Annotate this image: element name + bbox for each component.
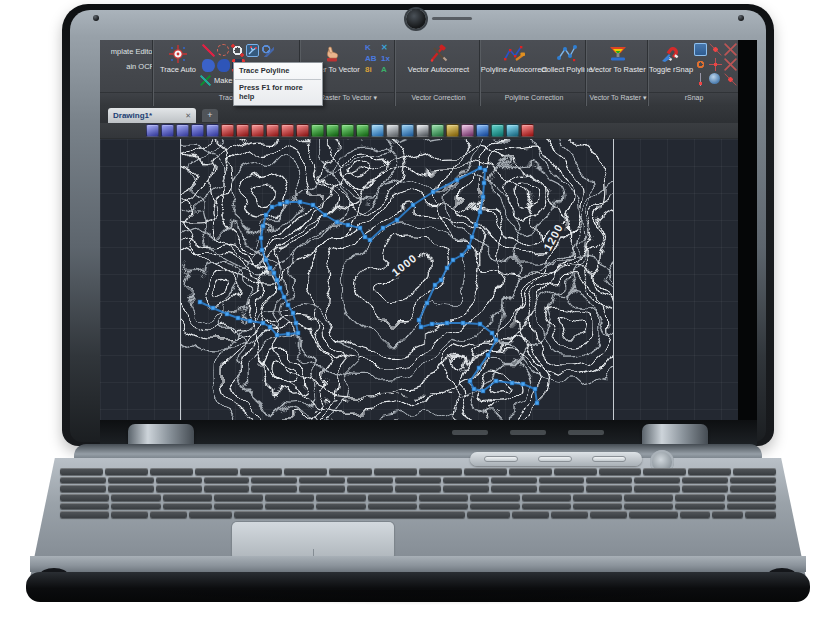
raster-crop-icon[interactable] <box>236 124 249 137</box>
new-tab-button[interactable]: + <box>202 109 218 122</box>
trace-vertex-marker[interactable] <box>346 223 350 227</box>
rsnap-endpoint-icon[interactable] <box>709 43 722 56</box>
zoom-in-icon[interactable] <box>176 124 189 137</box>
trace-circle-icon[interactable] <box>231 44 244 57</box>
raster-scale-icon[interactable] <box>281 124 294 137</box>
image-insert-icon[interactable] <box>431 124 444 137</box>
trace-vertex-marker[interactable] <box>490 331 494 335</box>
draw-line-icon[interactable] <box>311 124 324 137</box>
trace-vertex-marker[interactable] <box>481 195 485 199</box>
trace-vertex-marker[interactable] <box>417 318 421 322</box>
draw-polyline-icon[interactable] <box>326 124 339 137</box>
trace-search-icon[interactable] <box>261 44 274 57</box>
trace-vertex-marker[interactable] <box>533 387 537 391</box>
trace-vertex-marker[interactable] <box>260 248 264 252</box>
tab-drawing1[interactable]: Drawing1* ✕ <box>108 108 196 123</box>
trace-vertex-marker[interactable] <box>278 202 282 206</box>
trace-vertex-marker[interactable] <box>268 325 272 329</box>
text-recognize-icon[interactable] <box>476 124 489 137</box>
polyline-correction-group-label[interactable]: Polyline Correction <box>481 94 587 105</box>
trace-vertex-marker[interactable] <box>419 325 423 329</box>
rsnap-nearest-icon[interactable] <box>724 58 737 71</box>
trace-vertex-marker[interactable] <box>474 223 478 227</box>
trace-vertex-marker[interactable] <box>470 235 474 239</box>
zoom-window-icon[interactable] <box>161 124 174 137</box>
trace-vertex-marker[interactable] <box>481 389 485 393</box>
layers-list-icon[interactable] <box>506 124 519 137</box>
trace-vertex-marker[interactable] <box>291 311 295 315</box>
trace-vertex-marker[interactable] <box>298 200 302 204</box>
trace-line-icon[interactable] <box>202 44 215 57</box>
trace-hatch-icon[interactable] <box>217 59 230 72</box>
select-arrow-icon[interactable] <box>371 124 384 137</box>
trace-vertex-marker[interactable] <box>264 213 268 217</box>
collect-polyline-button[interactable]: Collect Polyline <box>547 40 587 74</box>
rsnap-intersection-icon[interactable] <box>724 43 737 56</box>
trace-vertex-marker[interactable] <box>433 283 437 287</box>
trace-vertex-marker[interactable] <box>261 224 265 228</box>
rsnap-perpendicular-icon[interactable] <box>694 73 707 86</box>
trace-vertex-marker[interactable] <box>211 306 215 310</box>
trace-solid-icon[interactable] <box>202 59 215 72</box>
trace-vertex-marker[interactable] <box>467 245 471 249</box>
rsnap-midpoint-icon[interactable] <box>724 73 737 86</box>
trace-vertex-marker[interactable] <box>468 379 472 383</box>
rsnap-group-label[interactable]: rSnap <box>649 94 738 105</box>
train-ocr-button[interactable]: ain OCR <box>100 62 153 71</box>
trace-vertex-marker[interactable] <box>311 203 315 207</box>
trace-vertex-marker[interactable] <box>430 322 434 326</box>
trace-vertex-marker[interactable] <box>264 258 268 262</box>
trace-vertex-marker[interactable] <box>411 203 415 207</box>
trace-vertex-marker[interactable] <box>461 321 465 325</box>
trace-vertex-marker[interactable] <box>272 271 276 275</box>
trace-vertex-marker[interactable] <box>358 226 362 230</box>
trace-vertex-marker[interactable] <box>275 333 279 337</box>
pan-hand-icon[interactable] <box>521 124 534 137</box>
traced-polyline[interactable] <box>198 166 539 405</box>
trace-polyline-icon-selected[interactable] <box>246 44 259 57</box>
zoom-object-icon[interactable] <box>206 124 219 137</box>
vector-correction-group-label[interactable]: Vector Correction <box>396 94 481 105</box>
toggle-rsnap-button[interactable]: Toggle rSnap <box>649 40 693 74</box>
raster-rotate-icon[interactable] <box>251 124 264 137</box>
trace-vertex-marker[interactable] <box>248 319 252 323</box>
rsnap-tangent-icon[interactable] <box>709 73 720 84</box>
trace-vertex-marker[interactable] <box>278 286 282 290</box>
trace-vertex-marker[interactable] <box>483 168 487 172</box>
trace-vertex-marker[interactable] <box>439 278 443 282</box>
rtv-key-icon[interactable]: K <box>365 43 377 53</box>
trace-arc-icon[interactable] <box>217 44 229 56</box>
trace-vertex-marker[interactable] <box>478 210 482 214</box>
trace-vertex-marker[interactable] <box>478 166 482 170</box>
drawing-canvas[interactable]: 1000 1200 ✕ ⚙ >_ ▾ ▲ <box>100 139 738 420</box>
undo-arrow-icon[interactable] <box>386 124 399 137</box>
trace-vertex-marker[interactable] <box>431 190 435 194</box>
trace-vertex-marker[interactable] <box>335 220 339 224</box>
trace-vertex-marker[interactable] <box>535 401 539 405</box>
trace-vertex-marker[interactable] <box>368 238 372 242</box>
rtv-ab-icon[interactable]: AB <box>365 54 377 64</box>
trace-auto-button[interactable]: Trace Auto <box>156 40 200 74</box>
trace-vertex-marker[interactable] <box>472 387 476 391</box>
node-edit-icon[interactable] <box>401 124 414 137</box>
trace-vertex-marker[interactable] <box>261 321 265 325</box>
trace-vertex-marker[interactable] <box>395 218 399 222</box>
rtv-1x-icon[interactable]: 1x <box>381 54 390 64</box>
trace-vertex-marker[interactable] <box>445 321 449 325</box>
trace-vertex-marker[interactable] <box>282 295 286 299</box>
trace-vertex-marker[interactable] <box>296 331 300 335</box>
vector-autocorrect-button[interactable]: Vector Autocorrect <box>396 40 481 74</box>
trace-vertex-marker[interactable] <box>477 366 481 370</box>
rsnap-raster-snap-icon[interactable] <box>694 43 707 56</box>
trace-vertex-marker[interactable] <box>445 266 449 270</box>
trace-vertex-marker[interactable] <box>455 178 459 182</box>
trace-vertex-marker[interactable] <box>381 226 385 230</box>
trace-vertex-marker[interactable] <box>486 353 490 357</box>
trace-vertex-marker[interactable] <box>494 379 498 383</box>
raster-select-icon[interactable] <box>221 124 234 137</box>
trace-vertex-marker[interactable] <box>460 253 464 257</box>
trace-vertex-marker[interactable] <box>286 332 290 336</box>
draw-circle-icon[interactable] <box>356 124 369 137</box>
zoom-out-icon[interactable] <box>191 124 204 137</box>
zoom-extents-icon[interactable] <box>146 124 159 137</box>
